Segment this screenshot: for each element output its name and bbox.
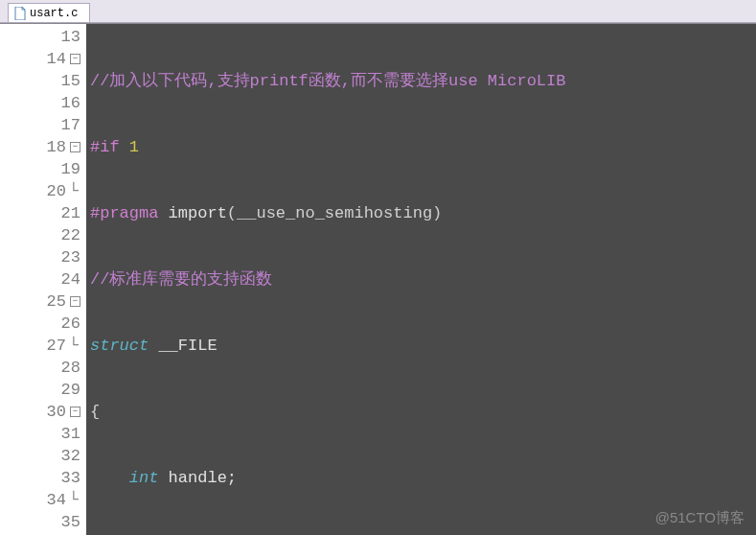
code-line: struct __FILE — [90, 335, 756, 357]
code-line: { — [90, 401, 756, 423]
file-icon — [14, 7, 26, 20]
line-number: 29 — [61, 379, 80, 401]
line-number: 33 — [61, 467, 80, 489]
tab-label: usart.c — [30, 7, 78, 20]
line-number: 31 — [61, 423, 80, 445]
fold-toggle-icon[interactable]: − — [70, 54, 80, 64]
line-number: 27 — [47, 335, 66, 357]
line-number: 30 — [47, 401, 66, 423]
line-number: 17 — [61, 114, 80, 136]
code-line: //加入以下代码,支持printf函数,而不需要选择use MicroLIB — [90, 70, 756, 92]
line-number: 35 — [61, 511, 80, 533]
line-number: 15 — [61, 70, 80, 92]
code-line: #pragma import(__use_no_semihosting) — [90, 202, 756, 224]
line-number: 26 — [61, 313, 80, 335]
fold-end-icon: └ — [66, 180, 80, 202]
line-number: 24 — [61, 268, 80, 291]
line-number: 20 — [47, 180, 66, 202]
fold-toggle-icon[interactable]: − — [70, 142, 80, 152]
code-editor: 13 14− 15 16 17 18− 19 20└ 21 22 23 24 2… — [0, 23, 756, 535]
line-number: 28 — [61, 357, 80, 379]
code-line: int handle; — [90, 467, 756, 489]
line-number: 34 — [47, 489, 66, 511]
line-number: 22 — [61, 224, 80, 246]
fold-end-icon: └ — [66, 335, 80, 357]
code-line: //标准库需要的支持函数 — [90, 268, 756, 291]
code-line: #if 1 — [90, 136, 756, 158]
tab-usart-c[interactable]: usart.c — [8, 3, 90, 22]
watermark: @51CTO博客 — [655, 509, 745, 527]
fold-toggle-icon[interactable]: − — [70, 296, 80, 307]
line-number: 23 — [61, 246, 80, 268]
line-number: 21 — [61, 202, 80, 224]
line-number: 14 — [47, 48, 66, 70]
fold-end-icon: └ — [66, 489, 80, 511]
tab-bar: usart.c — [0, 0, 756, 23]
line-number-gutter: 13 14− 15 16 17 18− 19 20└ 21 22 23 24 2… — [0, 24, 86, 535]
code-area[interactable]: //加入以下代码,支持printf函数,而不需要选择use MicroLIB #… — [86, 24, 756, 535]
line-number: 25 — [47, 291, 66, 313]
line-number: 13 — [61, 26, 80, 48]
line-number: 18 — [47, 136, 66, 158]
line-number: 16 — [61, 92, 80, 114]
line-number: 32 — [61, 445, 80, 467]
fold-toggle-icon[interactable]: − — [70, 407, 80, 417]
line-number: 19 — [61, 158, 80, 180]
